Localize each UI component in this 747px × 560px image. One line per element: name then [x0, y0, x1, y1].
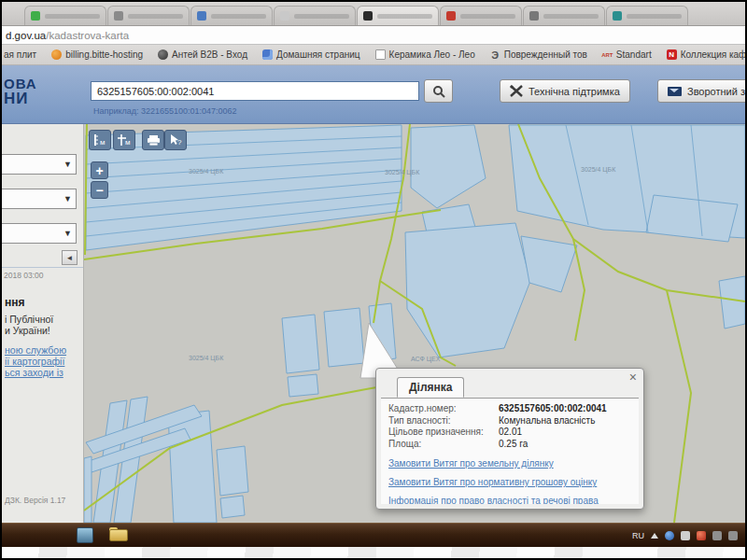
cadastral-map[interactable]: 3025/4 ЦБК 3025/4 ЦБК 3025/4 ЦБК 3025/4 … [84, 124, 745, 523]
bookmark-item[interactable]: ЭПоврежденный тов [490, 49, 587, 60]
chevron-down-icon: ▼ [63, 229, 72, 238]
tools-icon [510, 85, 523, 97]
tray-icon[interactable] [712, 531, 722, 540]
bookmark-label: billing.bitte-hosting [65, 49, 143, 60]
identify-button[interactable]: ? [164, 130, 187, 150]
tech-support-button[interactable]: Технічна підтримка [500, 79, 630, 103]
order-extract-parcel-link[interactable]: Замовити Витяг про земельну ділянку [388, 458, 631, 469]
bookmark-item[interactable]: ая плит [4, 49, 36, 60]
measure-distance-button[interactable]: м [89, 130, 111, 150]
sidebar-notice-link[interactable]: ною службою [5, 344, 66, 356]
language-indicator[interactable]: RU [632, 531, 644, 540]
bookmark-label: Антей B2B - Вход [172, 49, 247, 60]
page-icon [375, 49, 386, 60]
tab-favicon [529, 11, 539, 21]
sidebar-notice-line: и України! [5, 325, 50, 336]
ruler-icon: м [92, 133, 107, 147]
cadastral-search-input[interactable] [91, 81, 419, 101]
logo-line-2: НИ [4, 91, 37, 106]
browser-tab[interactable] [523, 6, 605, 25]
browser-tab[interactable] [440, 6, 522, 25]
bookmark-label: Коллекция кафеля [681, 49, 745, 60]
browser-window: d.gov.ua/kadastrova-karta ая плит billin… [2, 2, 745, 558]
tray-help-icon[interactable] [665, 531, 674, 540]
bookmark-item[interactable]: billing.bitte-hosting [51, 49, 143, 60]
bookmark-favicon: N [667, 49, 677, 60]
envelope-icon [668, 87, 682, 96]
tab-title-blur [45, 14, 100, 19]
show-hidden-icons-arrow[interactable] [651, 533, 658, 539]
parcel-label: 3025/4 ЦБК [385, 169, 420, 176]
layer-select-3[interactable]: ▼ [2, 223, 77, 244]
bookmark-label: ая плит [4, 49, 36, 60]
tray-icon[interactable] [697, 531, 706, 540]
tech-support-label: Технічна підтримка [529, 86, 620, 97]
row-value: 02.01 [499, 427, 522, 439]
browser-tab-strip [2, 2, 745, 26]
bookmark-favicon [51, 49, 62, 60]
tab-title-blur [294, 14, 349, 19]
print-button[interactable] [142, 130, 164, 150]
row-value: 0.25 га [499, 439, 528, 451]
order-extract-valuation-link[interactable]: Замовити Витяг про нормативну грошову оц… [388, 477, 631, 487]
layer-select-2[interactable]: ▼ [2, 189, 77, 209]
svg-text:?: ? [177, 138, 182, 147]
bookmark-favicon [262, 49, 273, 60]
taskbar-folder-button[interactable] [109, 527, 128, 542]
main-content: ▼ ▼ ▼ ◄ 2018 03:00 ння і Публічної и Укр… [2, 124, 745, 523]
layer-select-1[interactable]: ▼ [2, 154, 77, 175]
tab-favicon [31, 11, 40, 21]
bookmark-label: Поврежденный тов [504, 49, 587, 60]
bookmarks-bar: ая плит billing.bitte-hosting Антей B2B … [2, 45, 745, 65]
browser-tab[interactable] [107, 6, 190, 25]
parcel-info-popup: × Ділянка Кадастр.номер: 6325157605:00:0… [375, 368, 644, 510]
bookmark-item[interactable]: Домашняя страниц [262, 49, 360, 60]
sidebar-collapse-button[interactable]: ◄ [62, 250, 78, 265]
tab-title-blur [377, 14, 432, 19]
url-path: /kadastrova-karta [46, 30, 129, 41]
bookmark-label: Домашняя страниц [276, 49, 360, 60]
bookmark-item[interactable]: Керамика Лео - Лео [375, 49, 475, 60]
site-header: ОВА НИ Наприклад: 3221655100:01:047:0062… [2, 65, 745, 124]
browser-url-bar[interactable]: d.gov.ua/kadastrova-karta [2, 26, 745, 45]
info-row-area: Площа: 0.25 га [388, 439, 631, 451]
tray-icon[interactable] [681, 531, 690, 540]
bookmark-favicon: Э [490, 49, 500, 60]
row-label: Площа: [388, 439, 499, 451]
search-button[interactable] [424, 79, 453, 103]
url-host: d.gov.ua [6, 30, 46, 41]
tab-parcel[interactable]: Ділянка [397, 377, 464, 398]
bookmark-label: Standart [616, 49, 652, 60]
bookmark-item[interactable]: NКоллекция кафеля [667, 49, 745, 60]
feedback-button[interactable]: Зворотний зв [657, 79, 745, 103]
info-row-ownership-type: Тип власності: Комунальна власність [388, 415, 631, 427]
browser-tab[interactable] [274, 6, 356, 25]
zoom-in-button[interactable]: + [91, 161, 108, 179]
taskbar-app-button[interactable] [77, 527, 93, 543]
browser-tab-active[interactable] [357, 6, 439, 25]
measure-area-button[interactable]: м [113, 130, 135, 150]
bookmark-label: Керамика Лео - Лео [389, 49, 475, 60]
sidebar-date-text: 2018 03:00 [4, 271, 44, 280]
tab-title-blur [128, 14, 183, 19]
close-icon[interactable]: × [629, 371, 637, 384]
bookmark-item[interactable]: ARTStandart [602, 49, 652, 60]
browser-tab[interactable] [24, 6, 106, 25]
browser-tab[interactable] [606, 6, 688, 25]
tab-title-blur [460, 14, 515, 19]
svg-text:м: м [100, 138, 106, 147]
row-value: 6325157605:00:002:0041 [499, 403, 607, 415]
info-row-cadastral-number: Кадастр.номер: 6325157605:00:002:0041 [388, 403, 631, 415]
photo-edge-strip [2, 547, 745, 558]
bookmark-favicon: ART [602, 49, 613, 60]
ownership-info-link[interactable]: Інформація про право власності та речові… [388, 496, 631, 504]
sidebar-notice-link[interactable]: ься заходи із [5, 367, 63, 378]
popup-body: Кадастр.номер: 6325157605:00:002:0041 Ти… [381, 399, 639, 504]
tray-icon[interactable] [728, 531, 738, 540]
sidebar-notice-link[interactable]: ії картографії [5, 356, 64, 367]
tab-favicon [197, 11, 206, 21]
bookmark-item[interactable]: Антей B2B - Вход [158, 49, 247, 60]
zoom-out-button[interactable]: − [91, 181, 108, 199]
browser-tab[interactable] [190, 6, 273, 25]
tab-favicon [280, 11, 289, 21]
